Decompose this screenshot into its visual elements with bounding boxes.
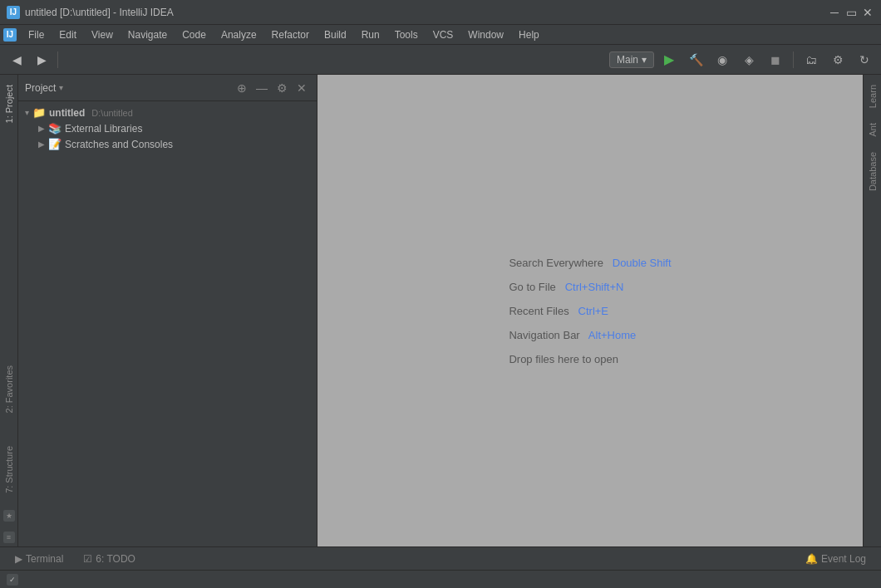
hint-goto-file-text: Go to File [509,281,555,293]
tree-item-external-libraries[interactable]: ▶ 📚 External Libraries [18,120,317,136]
app-icon: IJ [7,6,20,19]
project-folder-icon: 📁 [32,106,46,119]
menu-bar: IJ File Edit View Navigate Code Analyze … [0,25,881,45]
status-icon: ✓ [9,576,16,584]
maximize-button[interactable]: ▭ [844,6,858,19]
learn-tab-label: Learn [868,85,878,108]
favorites-tab-label: 2: Favorites [4,365,14,413]
tree-arrow-root: ▾ [25,108,29,117]
build-button[interactable]: 🔨 [684,48,707,71]
sidebar-item-ant[interactable]: Ant [864,116,881,144]
close-button[interactable]: ✕ [861,6,874,19]
tree-item-root[interactable]: ▾ 📁 untitled D:\untitled [18,105,317,120]
project-panel: Project ▾ ⊕ — ⚙ ✕ ▾ 📁 untitled D:\untitl… [18,75,317,546]
editor-area[interactable]: Search Everywhere Double Shift Go to Fil… [317,75,863,546]
toolbar-separator-1 [57,51,58,68]
status-indicator[interactable]: ✓ [7,574,18,586]
main-content: 1: Project 2: Favorites 7: Structure ★ ≡… [0,75,881,546]
app-logo: IJ [3,28,17,42]
bottom-tab-todo[interactable]: ☑ 6: TODO [75,551,144,566]
external-libraries-label: External Libraries [65,123,142,135]
bottom-bar: ▶ Terminal ☑ 6: TODO 🔔 Event Log [0,546,881,570]
editor-hints: Search Everywhere Double Shift Go to Fil… [509,257,671,365]
hint-navigation-bar-text: Navigation Bar [509,329,579,341]
project-panel-title: Project ▾ [25,82,234,94]
sidebar-item-favorites[interactable]: 2: Favorites [1,359,17,419]
locate-button[interactable]: ⊕ [234,80,250,96]
project-label: Project [25,82,56,94]
scratches-icon: 📝 [48,138,62,150]
todo-icon: ☑ [83,553,92,565]
project-dropdown-icon[interactable]: ▾ [59,83,63,92]
project-root-name: untitled [49,107,85,119]
title-bar: IJ untitled [D:\untitled] - IntelliJ IDE… [0,0,881,25]
tree-item-scratches[interactable]: ▶ 📝 Scratches and Consoles [18,136,317,152]
project-tree: ▾ 📁 untitled D:\untitled ▶ 📚 External Li… [18,101,317,546]
hint-search-everywhere: Search Everywhere Double Shift [509,257,671,269]
profile-button[interactable]: ◈ [737,48,760,71]
run-config-label: Main [617,54,638,66]
todo-label: 6: TODO [96,553,135,565]
menu-navigate[interactable]: Navigate [121,27,174,42]
bottom-tab-terminal[interactable]: ▶ Terminal [7,551,71,566]
menu-tools[interactable]: Tools [388,27,425,42]
project-panel-header: Project ▾ ⊕ — ⚙ ✕ [18,75,317,101]
left-side-tabs: 1: Project 2: Favorites 7: Structure ★ ≡ [0,75,18,546]
menu-file[interactable]: File [22,27,51,42]
hint-recent-files-text: Recent Files [509,305,568,317]
project-settings-button[interactable]: ⚙ [273,80,290,96]
hint-drop-files-text: Drop files here to open [509,353,618,365]
hint-navigation-bar: Navigation Bar Alt+Home [509,329,636,341]
menu-window[interactable]: Window [461,27,510,42]
run-button[interactable]: ▶ [657,48,681,71]
hint-search-everywhere-text: Search Everywhere [509,257,603,269]
tree-arrow-scratches: ▶ [38,140,45,149]
menu-edit[interactable]: Edit [52,27,83,42]
hint-navigation-bar-shortcut: Alt+Home [588,329,636,341]
hint-goto-file-shortcut: Ctrl+Shift+N [565,281,624,293]
project-root-path: D:\untitled [91,108,133,118]
event-log-icon: 🔔 [805,553,818,565]
collapse-all-button[interactable]: — [253,80,270,96]
menu-refactor[interactable]: Refactor [265,27,316,42]
update-button[interactable]: ↻ [853,48,876,71]
back-button[interactable]: ◀ [5,48,28,71]
menu-view[interactable]: View [85,27,120,42]
hint-drop-files: Drop files here to open [509,353,618,365]
sidebar-item-database[interactable]: Database [864,145,881,198]
hint-recent-files-shortcut: Ctrl+E [578,305,608,317]
sidebar-item-project[interactable]: 1: Project [1,78,17,130]
ide-settings-button[interactable]: ⚙ [826,48,849,71]
structure-tab-label: 7: Structure [4,446,14,493]
bottom-right: 🔔 Event Log [797,551,874,566]
project-close-button[interactable]: ✕ [293,80,310,96]
project-tab-label: 1: Project [4,85,14,123]
left-tab-icon[interactable]: ★ [3,510,15,522]
menu-build[interactable]: Build [317,27,353,42]
window-title: untitled [D:\untitled] - IntelliJ IDEA [25,7,828,18]
event-log-button[interactable]: 🔔 Event Log [797,551,874,566]
run-configuration[interactable]: Main ▾ [609,51,654,68]
hint-search-everywhere-shortcut: Double Shift [613,257,672,269]
tree-arrow-libraries: ▶ [38,124,45,133]
ant-tab-label: Ant [868,123,878,137]
toolbar: ◀ ▶ Main ▾ ▶ 🔨 ◉ ◈ ◼ 🗂 ⚙ ↻ [0,45,881,75]
menu-help[interactable]: Help [512,27,546,42]
project-structure-button[interactable]: 🗂 [800,48,823,71]
menu-analyze[interactable]: Analyze [214,27,263,42]
menu-vcs[interactable]: VCS [426,27,460,42]
run-config-dropdown-icon: ▾ [642,54,647,66]
sidebar-item-structure[interactable]: 7: Structure [1,439,17,500]
terminal-label: Terminal [26,553,63,565]
stop-button[interactable]: ◼ [764,48,787,71]
window-controls: ─ ▭ ✕ [828,6,874,19]
menu-run[interactable]: Run [355,27,386,42]
minimize-button[interactable]: ─ [828,6,841,19]
menu-code[interactable]: Code [175,27,213,42]
sidebar-item-learn[interactable]: Learn [864,78,881,115]
forward-button[interactable]: ▶ [30,48,53,71]
left-tab-icon-2[interactable]: ≡ [3,532,15,543]
coverage-button[interactable]: ◉ [711,48,734,71]
event-log-label: Event Log [821,553,866,565]
hint-recent-files: Recent Files Ctrl+E [509,305,608,317]
